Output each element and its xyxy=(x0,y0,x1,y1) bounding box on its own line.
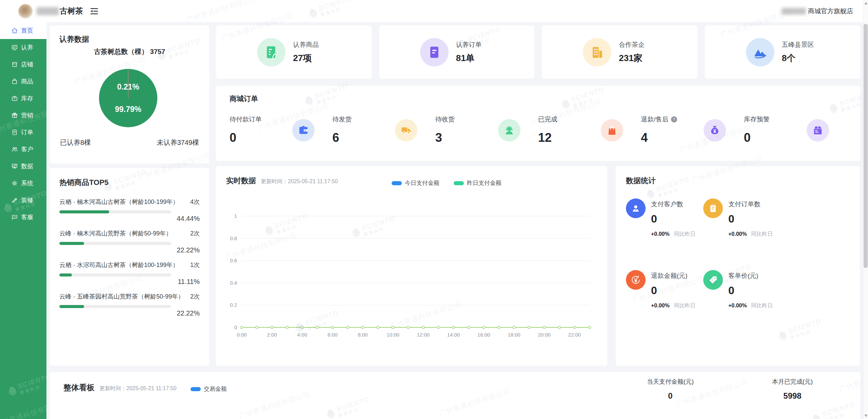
legend-label: 今日支付金额 xyxy=(405,179,439,187)
sidebar-item-icon xyxy=(11,44,18,51)
sidebar-item[interactable]: 系统 xyxy=(0,175,46,192)
sidebar-item-label: 客户 xyxy=(21,145,33,153)
scrollbar-down-arrow-icon[interactable] xyxy=(864,415,868,417)
top5-item-percent: 44.44% xyxy=(59,215,200,223)
legend-item[interactable]: 昨日支付金额 xyxy=(454,179,501,187)
sidebar-item[interactable]: 认养 xyxy=(0,39,46,56)
sidebar-item[interactable]: 客服 xyxy=(0,209,46,226)
legend-pill-icon xyxy=(392,181,402,185)
statistic-delta: +0.00% 同比昨日 xyxy=(728,302,773,309)
mall-order-stat[interactable]: 退款/售后 ? 4 xyxy=(641,115,744,152)
sidebar-item-icon xyxy=(11,112,18,119)
sidebar-item-label: 客服 xyxy=(21,213,33,221)
mall-order-stat[interactable]: 待付款订单 ? 0 xyxy=(230,115,332,152)
mall-order-icon xyxy=(395,119,417,141)
sidebar-item[interactable]: 订单 xyxy=(0,124,46,141)
statistic-icon xyxy=(626,198,646,218)
board-stat-label: 本月已完成(元) xyxy=(745,378,840,386)
board-update-time: 更新时间：2025-05-21 11:17:50 xyxy=(99,385,176,392)
top5-item-count: 2次 xyxy=(190,292,200,301)
sidebar-item[interactable]: 商品 xyxy=(0,73,46,90)
dashboard-page: { "topbar": { "brand_suffix": "古树茶", "st… xyxy=(0,0,868,419)
sidebar-item[interactable]: 店铺 xyxy=(0,56,46,73)
top5-bar-track xyxy=(59,305,171,308)
legend-item[interactable]: 交易金额 xyxy=(191,385,227,393)
svg-text:10:00: 10:00 xyxy=(387,332,399,338)
board-stat-value: 0 xyxy=(623,391,718,401)
board-stat: 当天支付金额(元) 0 xyxy=(623,378,718,401)
svg-text:18:00: 18:00 xyxy=(508,332,520,338)
statistic-label: 退款金额(元) xyxy=(651,271,695,280)
brand-title: 古树茶 xyxy=(60,6,83,16)
mall-orders-title: 商城订单 xyxy=(230,94,258,103)
tea-tree-total: 古茶树总数（棵） 3757 xyxy=(50,47,209,56)
mall-order-label: 退款/售后 ? xyxy=(641,115,744,124)
statistic-item: 退款金额(元) 0 +0.00% 同比昨日 xyxy=(626,270,703,309)
stat-card-label: 认养商品 xyxy=(293,40,330,49)
top5-item: 云栖 · 水浕司高山古树茶（树龄100-199年） 1次 11.11% xyxy=(59,261,200,286)
sidebar-item[interactable]: 客户 xyxy=(0,141,46,158)
mall-order-stat[interactable]: 待发货 ? 6 xyxy=(332,115,435,152)
svg-text:22:00: 22:00 xyxy=(568,332,581,338)
top5-bar-track xyxy=(59,210,171,213)
sidebar-item[interactable]: 营销 xyxy=(0,107,46,124)
mall-order-stat[interactable]: 库存预警 ? 0 xyxy=(744,115,847,152)
sidebar-collapse-icon[interactable] xyxy=(90,7,99,15)
statistic-icon xyxy=(703,270,723,290)
statistic-item: 客单价(元) 0 +0.00% 同比昨日 xyxy=(703,270,773,309)
mall-order-label: 待付款订单 ? xyxy=(230,115,332,124)
top5-bar-fill xyxy=(59,305,84,308)
mall-order-value: 0 xyxy=(230,131,332,145)
scrollbar-up-arrow-icon[interactable] xyxy=(864,2,868,4)
stat-card-icon xyxy=(583,38,611,66)
sidebar-item[interactable]: 库存 xyxy=(0,90,46,107)
redacted-brand-prefix xyxy=(37,7,59,15)
board-stat-label: 当天支付金额(元) xyxy=(623,378,718,386)
help-icon[interactable]: ? xyxy=(671,116,677,122)
mall-order-value: 3 xyxy=(435,131,538,145)
statistic-delta: +0.00% 同比昨日 xyxy=(651,231,695,238)
stat-card-label: 合作茶企 xyxy=(619,40,656,49)
mall-order-label: 库存预警 ? xyxy=(744,115,847,124)
svg-text:2:00: 2:00 xyxy=(267,332,277,338)
sidebar-item[interactable]: 首页 xyxy=(0,22,46,39)
svg-text:8:00: 8:00 xyxy=(358,332,368,338)
stat-card-value: 81单 xyxy=(456,52,493,64)
svg-text:16:00: 16:00 xyxy=(477,332,490,338)
legend-label: 昨日支付金额 xyxy=(467,179,501,187)
sidebar-item-label: 商品 xyxy=(21,77,33,85)
legend-label: 交易金额 xyxy=(204,385,227,393)
sidebar-item[interactable]: 装修 xyxy=(0,192,46,209)
sidebar-item-icon xyxy=(11,180,18,187)
realtime-title: 实时数据 xyxy=(226,176,256,186)
mall-order-icon xyxy=(601,119,623,141)
svg-text:0.4: 0.4 xyxy=(230,280,237,286)
legend-item[interactable]: 今日支付金额 xyxy=(392,179,439,187)
top5-item-count: 1次 xyxy=(190,261,200,269)
brand-logo-avatar xyxy=(18,4,33,18)
sidebar-item-label: 装修 xyxy=(21,196,33,204)
scrollbar-thumb[interactable] xyxy=(864,24,868,268)
svg-text:0.6: 0.6 xyxy=(230,258,237,263)
legend-pill-icon xyxy=(191,387,201,391)
sidebar-item-label: 首页 xyxy=(21,26,33,35)
statistic-value: 0 xyxy=(651,213,695,225)
mall-order-label: 待收货 ? xyxy=(435,115,538,124)
mall-order-stat[interactable]: 已完成 ? 12 xyxy=(538,115,641,152)
top5-bar-fill xyxy=(59,242,84,245)
unadopted-count-label: 未认养3749棵 xyxy=(157,138,199,147)
sidebar-item-label: 店铺 xyxy=(21,60,33,69)
sidebar-item-label: 订单 xyxy=(21,128,33,136)
mall-order-stat[interactable]: 待收货 ? 3 xyxy=(435,115,538,152)
sidebar-item-icon xyxy=(11,78,18,85)
overall-board-card: 整体看板 更新时间：2025-05-21 11:17:50 交易金额 当天支付金… xyxy=(50,372,860,419)
sidebar-item-label: 营销 xyxy=(21,111,33,119)
scrollbar[interactable] xyxy=(863,0,868,419)
sidebar-item-icon xyxy=(11,197,18,204)
sidebar-item[interactable]: 数据 xyxy=(0,158,46,175)
sidebar-item-icon xyxy=(11,146,18,153)
statistics-title: 数据统计 xyxy=(626,176,656,186)
top5-bar-fill xyxy=(59,273,72,277)
top5-bar-track xyxy=(59,273,171,277)
statistic-icon xyxy=(703,198,723,218)
